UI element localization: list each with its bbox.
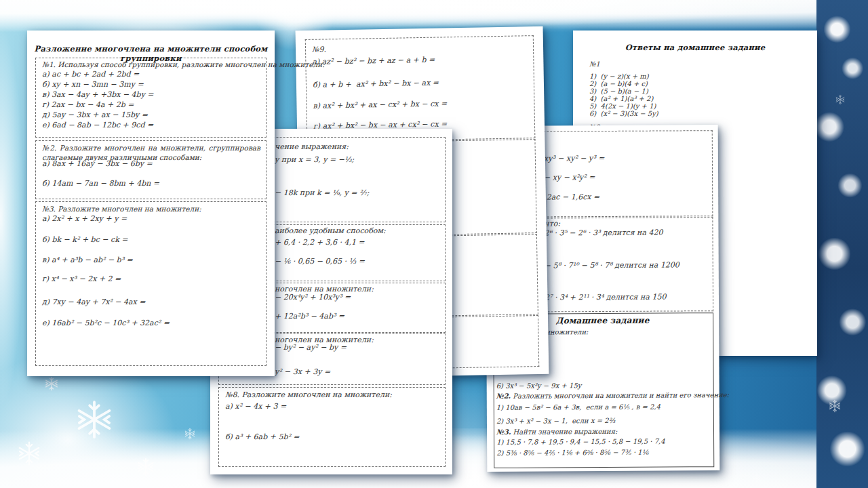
equation-line: г) x⁴ − x³ − 2x + 2 = [42, 274, 121, 284]
equation-fragment: множители: [545, 328, 588, 336]
equation-line: б) a³ + 6ab + 5b² = [225, 432, 300, 442]
equation-fragment: − 20x⁴y² + 10x³y³ = [275, 293, 351, 302]
equation-line: а) ac + bc + 2ad + 2bd = [42, 70, 139, 79]
equation-fragment: − 18k при k = ¹⁄₉, y = ²⁄₇; [275, 188, 369, 198]
snowflake-icon [835, 95, 845, 104]
homework-item: 2) 5³⁄₈ · 8⁵⁄₆ − 4²⁄₅ · 1¹⁄₆ + 6⁵⁄₈ · 8⁵… [496, 449, 648, 458]
equation-line: а) x² − 4x + 3 = [225, 402, 286, 411]
snowflake-icon [829, 400, 841, 412]
winter-worksheets-collage: Ответы на домашнее задание №1 1) (y − z)… [0, 0, 868, 488]
task3-header: №3. Разложите многочлен на множители: [42, 204, 201, 214]
equation-line: е) 6ad − 8ab − 12bc + 9cd = [42, 121, 153, 130]
frost-right-strip [816, 0, 868, 488]
equation-fragment: − 5⁸ · 7¹⁰ − 5⁸ · 7⁸ делится на 1200 [545, 260, 679, 270]
equation-fragment: y² − 3x + 3y = [275, 367, 330, 377]
homework-task2-text: Разложить многочлен на множители и найти… [511, 391, 729, 400]
homework-task3-label: №3. [496, 428, 511, 436]
equation-line: б) bk − k² + bc − ck = [42, 235, 128, 245]
homework-task3-text: Найти значение выражения: [511, 428, 617, 436]
task9-header: №9. [312, 45, 326, 54]
equation-line: д) 5ay − 3bx + ax − 15by = [42, 110, 148, 120]
task8-header: №8. Разложите многочлен на множители: [225, 390, 392, 400]
equation-fragment: xy³ − xy² − y³ = [544, 154, 604, 163]
equation-fragment: − ¹⁄₆ · 0,65 − 0,65 · ¹⁄₃ = [275, 257, 365, 266]
snowflake-icon [18, 442, 41, 465]
equation-line: а) 8ax + 16ay − 3bx − 6by = [42, 159, 153, 169]
snowflake-icon [137, 458, 155, 476]
snowflake-icon [184, 428, 195, 439]
task1-header: №1. Используя способ группировки, разлож… [42, 60, 325, 69]
equation-line: в) a⁴ + a³b − ab² − b³ = [42, 256, 133, 265]
equation-fragment: 2⁷ · 3⁴ + 2¹¹ · 3⁴ делится на 150 [545, 293, 666, 303]
equation-fragment: что: [544, 219, 560, 228]
equation-fragment: − xy − x²y² = [544, 173, 595, 182]
snowflake-icon [76, 401, 113, 438]
equation-line: е) 16ab² − 5b²c − 10c³ + 32ac² = [42, 319, 170, 328]
equation-fragment: + 12a²b³ − 4ab³ = [275, 312, 344, 321]
equation-fragment: − by² − ay² − by = [275, 343, 347, 352]
equation-line: б) xy + xn − 3mn − 3my = [42, 80, 144, 89]
answers-title: Ответы на домашнее задание [573, 43, 817, 52]
homework-item: 2) 3x³ + x² − 3x − 1, если x = 2²⁄₃ [496, 417, 615, 426]
equation-line: г) 2ax − bx − 4a + 2b = [42, 100, 134, 110]
snowflake-icon [753, 474, 761, 483]
equation-line: д) 7xy − 4ay + 7x² − 4ax = [42, 298, 145, 307]
equation-line: а) 2x² + x + 2xy + y = [42, 214, 127, 224]
homework-item: 1) 15,5 · 7,8 + 19,5 · 9,4 − 15,5 · 5,8 … [496, 438, 665, 447]
answer-line: 6) (x² − 3)(3x − 5y) [589, 110, 658, 118]
equation-fragment: y при x = 3, y = −¹⁄₃; [275, 155, 354, 165]
snowflake-icon [45, 377, 58, 390]
homework-task2-header: №2. Разложить многочлен на множители и н… [496, 391, 729, 401]
equation-line: в) 3ax − 4ay + +3bx − 4by = [42, 90, 154, 100]
equation-line: б) 14am − 7an − 8bm + 4bn = [42, 179, 159, 188]
equation-fragment: ,2ac − 1,6cx = [544, 192, 599, 202]
homework-task2-label: №2. [496, 392, 511, 400]
task-header-fragment: чение выражения: [275, 142, 349, 152]
frost-left-edge [0, 27, 24, 407]
equation-fragment: 2⁶ · 3⁵ − 2⁶ · 3³ делится на 420 [544, 228, 663, 239]
answers-section1-label: №1 [589, 60, 600, 68]
equation-fragment: + 6,4 · 2,2 + 3,6 · 4,1 = [275, 238, 365, 247]
homework-item: 1) 10ав − 5в² − 6а + 3в, если а = 6¹⁄₅ ,… [496, 403, 660, 412]
snowflake-icon [458, 473, 469, 483]
homework-task3-header: №3. Найти значение выражения: [496, 428, 617, 436]
task-header-fragment: аиболее удобным способом: [275, 226, 386, 236]
homework-item: 6) 3x³ − 5x²y − 9x + 15y [496, 382, 582, 390]
grouping-worksheet-page: Разложение многочлена на множители спосо… [27, 30, 275, 376]
